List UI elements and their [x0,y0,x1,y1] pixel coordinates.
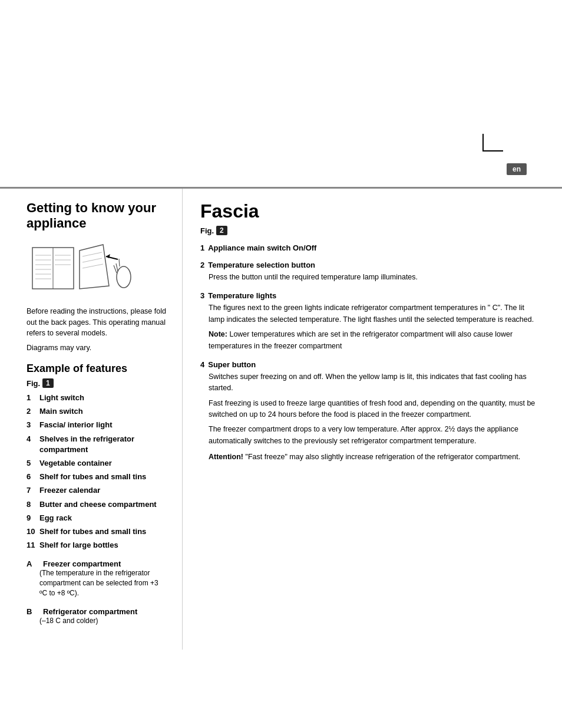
item-num: 8 [27,499,39,510]
list-item-b: B Refrigerator compartment (–18 C and co… [27,607,167,630]
corner-mark [482,134,503,151]
item-label: Fascia/ interior light [39,420,113,430]
list-item: 1 Light switch [27,393,167,403]
fig-text-right: Fig. [200,226,214,235]
letter-b: B [27,607,39,617]
language-badge: en [507,163,527,175]
left-section-title: Getting to know your appliance [27,200,167,232]
fascia-item-3-note: Note: Lower temperatures which are set i… [200,329,538,352]
features-title: Example of features [27,363,167,375]
fascia-item-4-attention: Attention! "Fast freeze" may also slight… [200,452,538,463]
fascia-item-1: 1 Appliance main switch On/Off [200,243,538,252]
fascia-item-2-body: Press the button until the required temp… [200,272,538,283]
page-wrapper: en Getting to know your appliance [0,0,562,728]
list-item: 8 Butter and cheese compartment [27,499,167,510]
svg-point-17 [117,266,131,288]
fascia-item-4-title: 4 Super button [200,360,538,369]
list-item: 10 Shelf for tubes and small tins [27,526,167,537]
letter-a: A [27,559,39,569]
item-num: 4 [27,434,39,444]
item-num: 5 [27,458,39,469]
svg-marker-11 [80,245,109,289]
item-num: 11 [27,540,39,551]
list-item: 9 Egg rack [27,513,167,523]
fascia-item-4: 4 Super button Switches super freezing o… [200,360,538,463]
content-area: Getting to know your appliance [0,189,562,650]
item-label: Freezer calendar [39,485,100,496]
fig-number-left: 1 [42,378,54,388]
right-column: Fascia Fig. 2 1 Appliance main switch On… [183,189,562,650]
fascia-item-3: 3 Temperature lights The figures next to… [200,291,538,352]
fascia-item-2-title: 2 Temperature selection button [200,261,538,269]
list-item: 3 Fascia/ interior light [27,420,167,430]
svg-line-20 [119,259,120,266]
item-label: Shelf for tubes and small tins [39,526,146,537]
item-num: 2 [27,406,39,417]
fascia-item-3-body: The figures next to the green lights ind… [200,302,538,325]
item-label: Vegetable container [39,458,112,469]
right-section-title: Fascia [200,200,538,222]
item-num: 10 [27,526,39,537]
item-num: 7 [27,485,39,496]
fig-number-right: 2 [216,226,227,235]
letter-list: A Freezer compartment (The temperature i… [27,559,167,630]
list-item: 11 Shelf for large bottles [27,540,167,551]
item-label: Egg rack [39,513,72,523]
item-num: 3 [27,420,39,430]
fascia-item-3-title: 3 Temperature lights [200,291,538,300]
list-item: 4 Shelves in the refrigerator compartmen… [27,434,167,455]
item-label: Butter and cheese compartment [39,499,157,510]
fascia-item-2: 2 Temperature selection button Press the… [200,261,538,283]
diagrams-text: Diagrams may vary. [27,344,167,352]
fig-text-left: Fig. [27,379,40,388]
intro-text: Before reading the instructions, please … [27,306,167,339]
list-item-a: A Freezer compartment (The temperature i… [27,559,167,602]
fascia-item-4-body2: Fast freezing is used to freeze large qu… [200,398,538,421]
item-label: Light switch [39,393,84,403]
item-num: 9 [27,513,39,523]
item-label: Shelf for tubes and small tins [39,472,146,482]
svg-line-14 [82,264,103,268]
sub-info-b: (–18 C and colder) [39,616,98,626]
svg-line-18 [114,265,117,273]
list-item: 6 Shelf for tubes and small tins [27,472,167,482]
fig-label-left: Fig. 1 [27,378,167,388]
fascia-item-4-body3: The freezer compartment drops to a very … [200,424,538,447]
item-num: 1 [27,393,39,403]
svg-line-19 [116,263,118,271]
fascia-item-1-title: 1 Appliance main switch On/Off [200,243,538,252]
item-label: Shelf for large bottles [39,540,118,551]
fig-label-right: Fig. 2 [200,226,538,235]
item-label: Shelves in the refrigerator compartment [39,434,167,455]
top-area: en [0,0,562,189]
list-item: 2 Main switch [27,406,167,417]
feature-list: 1 Light switch 2 Main switch 3 Fascia/ i… [27,393,167,551]
left-column: Getting to know your appliance [0,189,183,650]
svg-line-13 [82,258,102,262]
item-num: 6 [27,472,39,482]
list-item: 7 Freezer calendar [27,485,167,496]
item-label: Main switch [39,406,83,417]
list-item: 5 Vegetable container [27,458,167,469]
svg-line-12 [82,252,102,256]
sub-info-a: (The temperature in the refrigerator com… [39,568,167,598]
fascia-item-4-body1: Switches super freezing on and off. When… [200,371,538,394]
appliance-image [27,239,144,298]
